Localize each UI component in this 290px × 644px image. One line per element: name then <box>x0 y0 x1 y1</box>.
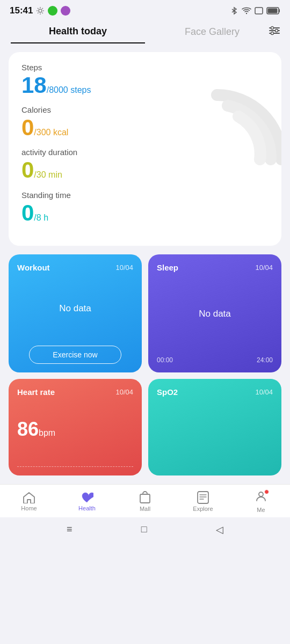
nav-home[interactable]: Home <box>0 492 58 511</box>
spo2-header: SpO2 10/04 <box>157 387 273 397</box>
home-button[interactable]: □ <box>141 524 147 535</box>
status-time: 15:41 <box>10 5 33 16</box>
tab-face-gallery[interactable]: Face Gallery <box>145 26 279 43</box>
svg-rect-6 <box>279 9 280 12</box>
tabs-container: Health today Face Gallery <box>0 19 290 43</box>
svg-rect-14 <box>140 494 150 503</box>
standing-value: 0/8 h <box>21 201 269 225</box>
explore-icon <box>197 491 209 504</box>
circle-purple-icon <box>61 6 70 16</box>
system-nav: ≡ □ ◁ <box>0 517 290 542</box>
filter-icon[interactable] <box>269 26 280 38</box>
tab-health-today[interactable]: Health today <box>11 26 145 43</box>
workout-header: Workout 10/04 <box>17 263 133 272</box>
svg-point-13 <box>271 32 274 35</box>
sleep-time-row: 00:00 24:00 <box>157 356 273 364</box>
status-bar: 15:41 <box>0 0 290 19</box>
heart-dotted-line <box>17 466 133 467</box>
me-icon-wrapper <box>255 490 267 505</box>
svg-rect-15 <box>198 492 208 503</box>
svg-point-11 <box>271 27 274 30</box>
svg-point-0 <box>39 9 42 12</box>
card-workout[interactable]: Workout 10/04 No data Exercise now <box>9 254 142 372</box>
mall-icon <box>139 491 151 504</box>
heart-header: Heart rate 10/04 <box>17 387 133 397</box>
svg-point-19 <box>259 492 263 496</box>
arc-decoration <box>185 63 281 170</box>
card-spo2[interactable]: SpO2 10/04 <box>148 379 281 475</box>
nav-me[interactable]: Me <box>232 490 290 513</box>
sleep-header: Sleep 10/04 <box>157 263 273 272</box>
exercise-now-button[interactable]: Exercise now <box>29 346 122 364</box>
health-stats-card: Steps 18/8000 steps Calories 0/300 kcal … <box>9 52 281 246</box>
card-sleep[interactable]: Sleep 10/04 No data 00:00 24:00 <box>148 254 281 372</box>
heart-value-row: 86bpm <box>17 418 133 441</box>
battery-icon <box>266 7 280 14</box>
nav-explore[interactable]: Explore <box>174 491 232 512</box>
health-icon <box>81 492 93 503</box>
svg-point-3 <box>246 13 247 14</box>
settings-icon <box>36 6 45 15</box>
svg-rect-4 <box>255 8 263 14</box>
circle-green-icon <box>48 6 57 16</box>
notification-badge <box>264 489 269 494</box>
nav-mall[interactable]: Mall <box>116 491 174 512</box>
bluetooth-icon <box>230 6 238 15</box>
nav-health[interactable]: Health <box>58 492 116 511</box>
back-button[interactable]: ◁ <box>216 524 223 536</box>
status-right-icons <box>230 6 280 15</box>
bottom-nav: Home Health Mall Explore Me <box>0 484 290 517</box>
card-heart-rate[interactable]: Heart rate 10/04 86bpm <box>9 379 142 475</box>
svg-rect-7 <box>268 9 278 13</box>
wifi-icon <box>242 7 251 14</box>
menu-button[interactable]: ≡ <box>67 524 73 535</box>
standing-row: Standing time 0/8 h <box>21 191 269 225</box>
svg-point-12 <box>276 30 278 32</box>
home-icon <box>23 492 35 503</box>
cards-grid: Workout 10/04 No data Exercise now Sleep… <box>9 254 281 475</box>
screenshot-icon <box>255 7 263 14</box>
